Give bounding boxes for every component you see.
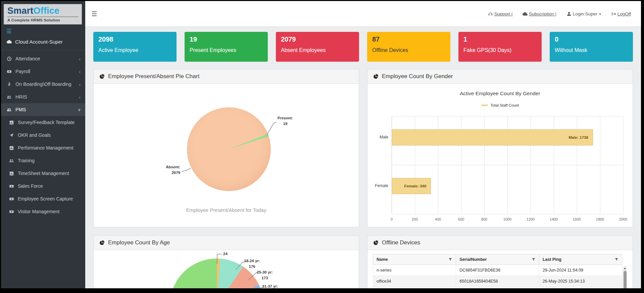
- support-link[interactable]: Support |: [488, 11, 513, 16]
- table-cell: DC6854F31FBD6E36: [456, 265, 539, 276]
- filter-icon[interactable]: [614, 257, 618, 261]
- age-chart: 2418-24 yr:17625-30 yr:17331-37 yr:47: [94, 250, 359, 293]
- legend-label: Total Staff Count: [491, 103, 519, 107]
- kpi-value: 1: [463, 36, 537, 43]
- kpi-card-without-mask[interactable]: 0Without Mask: [550, 32, 633, 62]
- panel-age-header: Employee Count By Age: [94, 236, 359, 250]
- panel-gender-header: Employee Count By Gender: [367, 69, 633, 84]
- sidebar-item-survey-feedback-template[interactable]: Survey/Feedback Template: [1, 116, 85, 129]
- sidebar-item-performance-management[interactable]: Performance Management: [1, 141, 85, 154]
- pie-caption: Employee Present/Absent for Today: [94, 207, 359, 213]
- subscription-link[interactable]: Subscription |: [523, 11, 556, 16]
- sidebar-item-visitor-management[interactable]: Visitor Management: [1, 205, 85, 218]
- chart-icon: [9, 145, 14, 151]
- table-cell: office34: [373, 276, 456, 287]
- table-row[interactable]: officeC2696422DF1A093217-Nov-2022 17:02:…: [373, 287, 622, 293]
- legend-swatch: [481, 105, 488, 106]
- panel-present-absent: Employee Present/Absent Pie Chart Presen…: [93, 69, 359, 227]
- sidebar-hamburger-icon[interactable]: ☰: [1, 26, 85, 35]
- chevron-left-icon: ‹: [79, 82, 81, 87]
- login-link[interactable]: Login:Super▾: [566, 11, 601, 16]
- pie-label-absent: Absent: 2079: [147, 164, 180, 175]
- logoff-label: LogOff: [617, 11, 631, 16]
- sidebar: SmartOffice A Complete HRMS Solution ☰ C…: [1, 1, 85, 288]
- sidebar-item-attendance[interactable]: Attendance‹: [1, 52, 85, 65]
- age-slice-label: 25-30 yr:173: [253, 270, 277, 281]
- logo-brand-secondary: Office: [34, 6, 60, 16]
- chevron-left-icon: ‹: [79, 95, 81, 100]
- gender-chart-legend[interactable]: Total Staff Count: [367, 103, 633, 107]
- sidebar-item-training[interactable]: Training: [1, 154, 85, 167]
- table-scrollbar[interactable]: ▲: [623, 266, 627, 293]
- panel-title: Offline Devices: [382, 239, 420, 246]
- gender-chart-title: Active Employee Count By Gender: [367, 91, 633, 97]
- filter-icon[interactable]: [448, 257, 452, 261]
- x-tick-label: 400: [435, 217, 441, 221]
- scroll-up-icon[interactable]: ▲: [623, 266, 627, 270]
- cloud-account-item[interactable]: Cloud Account-Super: [1, 35, 85, 49]
- app-logo-title: SmartOffice: [7, 6, 78, 15]
- table-row[interactable]: office3465018A1659404E5826-May-2025 15:3…: [373, 276, 622, 287]
- gridline: [392, 165, 623, 165]
- sidebar-item-sales-force[interactable]: Sales Force: [1, 180, 85, 192]
- signout-icon: [611, 11, 616, 16]
- pie-chart-icon: [373, 74, 379, 79]
- panels-grid: Employee Present/Absent Pie Chart Presen…: [93, 69, 633, 293]
- caret-down-icon: ▾: [599, 12, 601, 16]
- logo-brand-primary: Smart: [7, 6, 34, 16]
- x-tick-label: 800: [481, 217, 487, 221]
- send-icon: [9, 133, 14, 138]
- headset-icon: [488, 11, 493, 16]
- gridline: [623, 116, 624, 214]
- users-icon: [6, 95, 12, 100]
- kpi-card-absent-employees[interactable]: 2079Absent Employees: [276, 32, 359, 62]
- kpi-card-present-employees[interactable]: 19Present Employees: [185, 32, 268, 62]
- logoff-link[interactable]: LogOff: [611, 11, 631, 16]
- x-tick-label: 200: [412, 217, 418, 221]
- chart-icon: [9, 120, 14, 125]
- logo-tagline: A Complete HRMS Solution: [7, 16, 78, 22]
- x-tick-label: 1000: [503, 217, 511, 221]
- panel-present-absent-header: Employee Present/Absent Pie Chart: [94, 69, 359, 84]
- sidebar-item-on-boarding-off-boarding[interactable]: On Boarding\Off Boarding‹: [1, 78, 85, 91]
- scrollbar-thumb[interactable]: [624, 271, 627, 290]
- sidebar-item-pms[interactable]: PMS▾: [1, 103, 85, 116]
- bar-value-label: Female: 340: [392, 178, 431, 194]
- money-icon: [9, 209, 14, 214]
- filter-icon[interactable]: [532, 257, 536, 261]
- pie-label-present: Present: 19: [274, 115, 297, 126]
- sidebar-item-payroll[interactable]: Payroll‹: [1, 65, 85, 78]
- table-cell: office: [373, 287, 456, 293]
- column-header-name: Name: [373, 254, 456, 265]
- table-row[interactable]: n-seriesDC6854F31FBD6E3629-Jun-2024 11:5…: [373, 265, 622, 276]
- menu-toggle-icon[interactable]: ☰: [91, 10, 97, 18]
- sidebar-item-label: Visitor Management: [18, 209, 59, 214]
- users-icon: [9, 158, 14, 163]
- money-icon: [9, 196, 14, 201]
- app-window: SmartOffice A Complete HRMS Solution ☰ C…: [0, 0, 644, 293]
- sidebar-item-hris[interactable]: HRIS‹: [1, 91, 85, 103]
- user-icon: [566, 11, 572, 16]
- sidebar-item-okr-and-goals[interactable]: OKR and Goals: [1, 129, 85, 141]
- sidebar-divider: [1, 50, 85, 50]
- sidebar-item-employee-screen-capture[interactable]: Employee Screen Capture: [1, 192, 85, 205]
- kpi-card-active-employee[interactable]: 2098Active Employee: [93, 32, 177, 62]
- dashboard-content: 2098Active Employee19Present Employees20…: [85, 26, 641, 293]
- age-slice-label: 24: [223, 251, 237, 257]
- kpi-label: Active Employee: [98, 47, 171, 53]
- panel-gender: Employee Count By Gender Active Employee…: [367, 69, 633, 227]
- bar-male: Male: 1738: [392, 129, 593, 145]
- kpi-card-fake-gps-30-days[interactable]: 1Fake GPS(30 Days): [458, 32, 542, 62]
- sidebar-item-timesheet-management[interactable]: TimeSheet Management: [1, 167, 85, 180]
- devices-table-body: NameSerialNumberLast Ping n-seriesDC6854…: [367, 250, 633, 293]
- kpi-label: Fake GPS(30 Days): [463, 47, 537, 53]
- column-label: Name: [377, 257, 388, 262]
- age-slice-label: 31-37 yr:47: [258, 284, 282, 293]
- kpi-card-offline-devices[interactable]: 87Offline Devices: [367, 32, 450, 62]
- login-label: Login:Super: [573, 11, 597, 16]
- x-tick-label: 1200: [527, 217, 535, 221]
- top-header: ☰ Support |Subscription |Login:Super▾Log…: [85, 1, 641, 26]
- x-tick-label: 1800: [596, 217, 604, 221]
- sidebar-item-label: On Boarding\Off Boarding: [15, 81, 71, 87]
- kpi-label: Present Employees: [190, 47, 263, 53]
